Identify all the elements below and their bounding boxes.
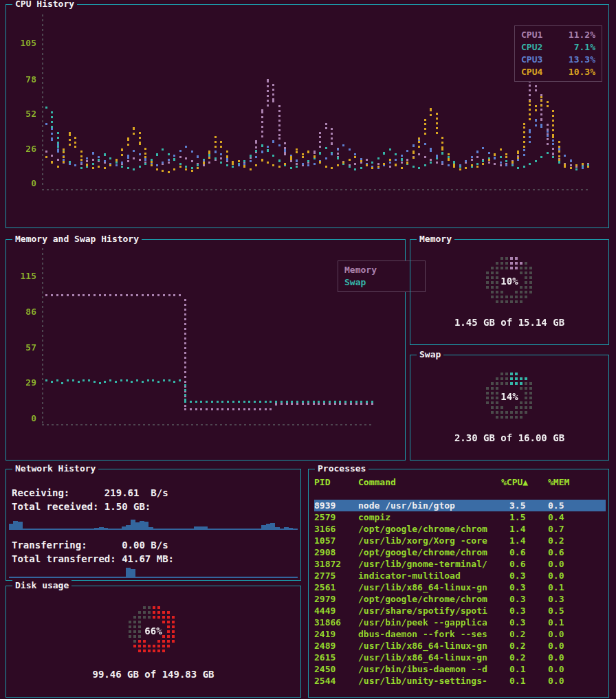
- network-history-title: Network History: [12, 463, 98, 474]
- legend-label: Swap: [344, 276, 366, 289]
- table-row[interactable]: 31866/usr/bin/peek --gapplica0.30.1: [314, 617, 606, 628]
- memory-percent: 10%: [410, 276, 608, 287]
- legend-value: 10.3%: [562, 66, 595, 78]
- table-row[interactable]: 2775indicator-multiload0.30.0: [314, 570, 606, 581]
- column-header-pid[interactable]: PID: [314, 476, 358, 488]
- processes-title: Processes: [315, 463, 368, 474]
- gtop-dashboard: { "background": "#2e0a24", "accent_borde…: [0, 0, 616, 699]
- cpu-cell: 0.3: [501, 617, 545, 628]
- column-header-command[interactable]: Command: [358, 476, 501, 488]
- table-row[interactable]: 31872/usr/lib/gnome-terminal/0.60.0: [314, 558, 606, 570]
- network-history-panel: Network History Receiving: 219.61 B/s To…: [6, 469, 301, 581]
- mem-cell: 0.0: [545, 675, 606, 687]
- pid-cell: 2489: [314, 640, 358, 652]
- command-cell: /usr/lib/unity-settings-: [358, 675, 501, 687]
- legend-label: CPU1: [521, 29, 542, 41]
- legend-item: Memory: [344, 264, 419, 276]
- pid-cell: 1057: [314, 535, 358, 546]
- pid-cell: 31872: [314, 558, 358, 570]
- mem-cell: 0.1: [545, 617, 606, 628]
- legend-item: CPU313.3%: [521, 54, 595, 66]
- pid-cell: 2579: [314, 511, 358, 523]
- mem-cell: 0.0: [545, 558, 606, 570]
- disk-usage-title: Disk usage: [12, 580, 72, 591]
- swap-title: Swap: [417, 349, 443, 360]
- mem-cell: 0.0: [545, 640, 606, 652]
- network-total-transferred-line: Total transferred: 41.67 MB:: [12, 553, 174, 564]
- command-cell: /opt/google/chrome/chrom: [358, 593, 501, 605]
- pid-cell: 3166: [314, 523, 358, 535]
- mem-cell: 0.0: [545, 570, 606, 581]
- pid-cell: 2775: [314, 570, 358, 581]
- mem-cell: 0.0: [545, 628, 606, 640]
- pid-cell: 2979: [314, 593, 358, 605]
- table-row[interactable]: 8939node /usr/bin/gtop3.50.5: [314, 500, 606, 511]
- disk-percent: 66%: [6, 625, 300, 636]
- pid-cell: 2561: [314, 581, 358, 593]
- cpu-cell: 0.2: [501, 640, 545, 652]
- command-cell: /opt/google/chrome/chrom: [358, 523, 501, 535]
- cpu-cell: 0.3: [501, 581, 545, 593]
- mem-cell: 0.5: [545, 605, 606, 617]
- command-cell: /usr/share/spotify/spoti: [358, 605, 501, 617]
- table-row[interactable]: 3166/opt/google/chrome/chrom1.40.7: [314, 523, 606, 535]
- table-row[interactable]: 2561/usr/lib/x86_64-linux-gn0.30.1: [314, 581, 606, 593]
- table-row[interactable]: 2544/usr/lib/unity-settings-0.10.0: [314, 675, 606, 687]
- pid-cell: 2544: [314, 675, 358, 687]
- column-header-mem[interactable]: %MEM: [545, 476, 606, 488]
- mem-cell: 0.2: [545, 535, 606, 546]
- legend-item: CPU111.2%: [521, 29, 595, 41]
- command-cell: /usr/lib/xorg/Xorg -core: [358, 535, 501, 546]
- command-cell: dbus-daemon --fork --ses: [358, 628, 501, 640]
- processes-list: 8939node /usr/bin/gtop3.50.52579compiz1.…: [314, 500, 606, 687]
- network-transferring-line: Transferring: 0.00 B/s: [12, 540, 168, 551]
- pid-cell: 2908: [314, 546, 358, 558]
- cpu-cell: 0.1: [501, 675, 545, 687]
- command-cell: /usr/lib/x86_64-linux-gn: [358, 640, 501, 652]
- cpu-cell: 0.2: [501, 652, 545, 663]
- table-row[interactable]: 1057/usr/lib/xorg/Xorg -core1.40.2: [314, 535, 606, 546]
- cpu-cell: 0.3: [501, 605, 545, 617]
- column-header-cpu[interactable]: %CPU▲: [501, 476, 545, 488]
- table-row[interactable]: 2450/usr/bin/ibus-daemon --d0.10.0: [314, 663, 606, 675]
- cpu-cell: 0.1: [501, 663, 545, 675]
- command-cell: compiz: [358, 511, 501, 523]
- processes-header: PID Command %CPU▲ %MEM: [314, 476, 606, 488]
- mem-cell: 0.6: [545, 546, 606, 558]
- memory-title: Memory: [417, 234, 454, 245]
- mem-cell: 0.5: [545, 500, 606, 511]
- table-row[interactable]: 2419dbus-daemon --fork --ses0.20.0: [314, 628, 606, 640]
- table-row[interactable]: 2979/opt/google/chrome/chrom0.30.3: [314, 593, 606, 605]
- pid-cell: 4449: [314, 605, 358, 617]
- disk-usage-panel: Disk usage 66% 99.46 GB of 149.83 GB: [6, 586, 301, 698]
- cpu-cell: 0.3: [501, 570, 545, 581]
- table-row[interactable]: 2908/opt/google/chrome/chrom0.60.6: [314, 546, 606, 558]
- command-cell: node /usr/bin/gtop: [358, 500, 501, 511]
- cpu-legend: CPU111.2%CPU27.1%CPU313.3%CPU410.3%: [514, 25, 602, 82]
- pid-cell: 2615: [314, 652, 358, 663]
- cpu-cell: 0.6: [501, 558, 545, 570]
- legend-item: Swap: [344, 276, 419, 289]
- table-row[interactable]: 2489/usr/lib/x86_64-linux-gn0.20.0: [314, 640, 606, 652]
- mem-cell: 0.1: [545, 581, 606, 593]
- table-row[interactable]: 2579compiz1.50.4: [314, 511, 606, 523]
- mem-cell: 0.0: [545, 663, 606, 675]
- sort-ascending-icon: ▲: [522, 477, 528, 487]
- network-receiving-sparkline: [9, 513, 298, 530]
- mem-cell: 0.4: [545, 511, 606, 523]
- disk-detail: 99.46 GB of 149.83 GB: [6, 669, 300, 680]
- network-receiving-line: Receiving: 219.61 B/s: [12, 487, 168, 498]
- legend-value: 7.1%: [567, 41, 595, 54]
- network-total-received-line: Total received: 1.50 GB:: [12, 501, 151, 512]
- table-row[interactable]: 2615/usr/lib/x86_64-linux-gn0.20.0: [314, 652, 606, 663]
- pid-cell: 8939: [314, 500, 358, 511]
- swap-percent: 14%: [410, 391, 608, 402]
- swap-panel: Swap 14% 2.30 GB of 16.00 GB: [410, 355, 609, 461]
- cpu-history-panel: CPU History CPU111.2%CPU27.1%CPU313.3%CP…: [6, 4, 609, 228]
- mem-cell: 0.0: [545, 652, 606, 663]
- processes-panel: Processes PID Command %CPU▲ %MEM 8939nod…: [308, 469, 609, 698]
- table-row[interactable]: 4449/usr/share/spotify/spoti0.30.5: [314, 605, 606, 617]
- cpu-cell: 1.4: [501, 523, 545, 535]
- command-cell: indicator-multiload: [358, 570, 501, 581]
- cpu-cell: 1.5: [501, 511, 545, 523]
